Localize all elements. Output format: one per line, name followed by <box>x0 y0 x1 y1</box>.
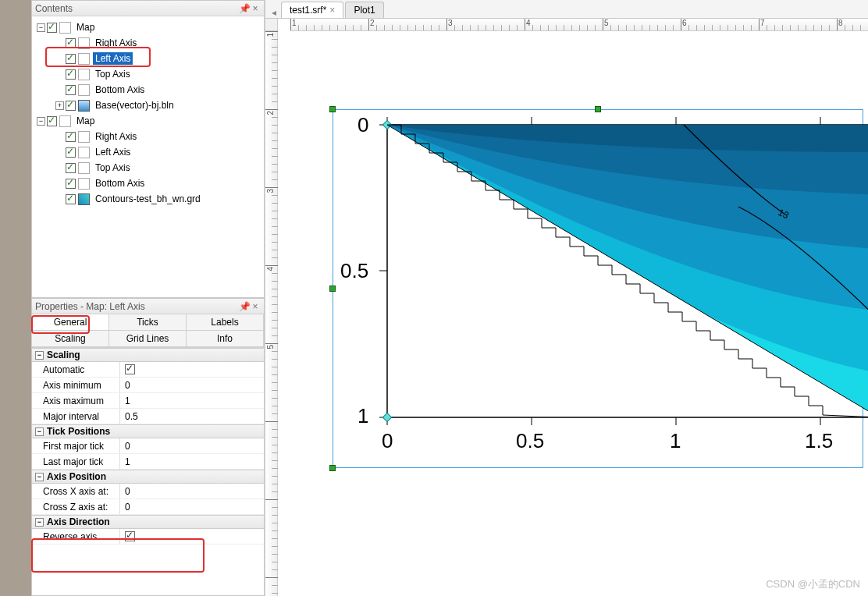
checkbox[interactable] <box>47 23 57 33</box>
tree-label: Bottom Axis <box>93 83 147 96</box>
checkbox[interactable] <box>66 132 76 142</box>
x-tick-label: 0.5 <box>516 429 544 453</box>
watermark: CSDN @小孟的CDN <box>766 577 860 591</box>
tree-label: Top Axis <box>93 161 133 174</box>
value[interactable]: 0 <box>120 499 264 514</box>
checkbox[interactable] <box>66 194 76 204</box>
value[interactable]: 0 <box>120 438 264 453</box>
tree-label: Left Axis <box>93 146 133 158</box>
collapse-icon[interactable]: − <box>37 117 45 126</box>
tab-general[interactable]: General <box>31 314 109 331</box>
checkbox[interactable] <box>47 116 57 126</box>
tab-scaling[interactable]: Scaling <box>31 330 109 347</box>
properties-panel: Properties - Map: Left Axis 📌 × General … <box>31 298 265 596</box>
checkbox[interactable] <box>66 101 76 111</box>
value[interactable]: 1 <box>120 454 264 469</box>
value[interactable]: 0 <box>120 378 264 392</box>
close-icon[interactable]: × <box>250 301 261 312</box>
tree-label: Map <box>74 21 97 34</box>
group-tick-positions[interactable]: −Tick Positions <box>32 424 264 438</box>
tree-item-base[interactable]: +Base(vector)-bj.bln <box>34 98 262 113</box>
group-axis-position[interactable]: −Axis Position <box>32 470 264 484</box>
checkbox[interactable] <box>125 364 135 374</box>
pin-icon[interactable]: 📌 <box>239 3 250 14</box>
vertical-ruler[interactable]: 12345 <box>265 31 278 596</box>
tree-item-right-axis[interactable]: Right Axis <box>34 35 262 51</box>
map-icon <box>59 22 71 34</box>
tab-gridlines[interactable]: Grid Lines <box>108 330 187 347</box>
axis-icon <box>78 131 90 143</box>
prop-cross-z[interactable]: Cross Z axis at:0 <box>32 499 264 515</box>
horizontal-ruler[interactable]: 12345678 <box>290 19 868 31</box>
prop-last-major-tick[interactable]: Last major tick1 <box>32 454 264 470</box>
tree-label: Bottom Axis <box>93 177 147 190</box>
collapse-icon[interactable]: − <box>35 351 44 360</box>
value[interactable]: 0.5 <box>120 409 264 424</box>
tree-item-bottom-axis[interactable]: Bottom Axis <box>34 82 262 98</box>
tree-label: Map <box>74 115 97 127</box>
y-tick-label: 0.5 <box>340 259 368 283</box>
contents-panel: Contents 📌 × − Map Right Axis Left Axis … <box>31 0 265 298</box>
group-scaling[interactable]: −Scaling <box>32 348 264 362</box>
pin-icon[interactable]: 📌 <box>239 301 250 312</box>
expand-icon[interactable]: + <box>55 101 64 110</box>
checkbox[interactable] <box>66 147 76 158</box>
tab-info[interactable]: Info <box>186 330 264 347</box>
prop-axis-maximum[interactable]: Axis maximum1 <box>32 393 264 409</box>
prop-major-interval[interactable]: Major interval0.5 <box>32 409 264 424</box>
contents-tree[interactable]: − Map Right Axis Left Axis Top Axis Bott… <box>32 16 264 297</box>
checkbox[interactable] <box>66 179 76 189</box>
left-dock: Contents 📌 × − Map Right Axis Left Axis … <box>31 0 265 596</box>
prop-axis-minimum[interactable]: Axis minimum0 <box>32 378 264 393</box>
checkbox[interactable] <box>125 531 135 541</box>
tree-item-map[interactable]: − Map <box>34 113 262 129</box>
prop-cross-x[interactable]: Cross X axis at:0 <box>32 484 264 499</box>
tree-item-left-axis[interactable]: Left Axis <box>34 144 262 160</box>
checkbox[interactable] <box>66 69 76 80</box>
tree-label: Right Axis <box>93 37 139 49</box>
doc-tab[interactable]: Plot1 <box>345 2 383 18</box>
close-icon[interactable]: × <box>329 5 335 16</box>
checkbox[interactable] <box>66 85 76 95</box>
tree-label: Contours-test_bh_wn.grd <box>93 193 203 205</box>
tree-item-right-axis[interactable]: Right Axis <box>34 129 262 144</box>
document-area: ◂ test1.srf*× Plot1 12345678 12345 <box>265 0 868 596</box>
collapse-icon[interactable]: − <box>35 518 44 527</box>
app-window: Contents 📌 × − Map Right Axis Left Axis … <box>31 0 868 596</box>
map-icon <box>59 115 71 127</box>
checkbox[interactable] <box>66 38 76 48</box>
checkbox[interactable] <box>66 163 76 173</box>
prop-reverse-axis[interactable]: Reverse axis <box>32 529 264 545</box>
tree-item-top-axis[interactable]: Top Axis <box>34 160 262 176</box>
collapse-icon[interactable]: − <box>35 427 44 436</box>
tab-labels[interactable]: Labels <box>186 314 264 331</box>
tree-item-left-axis[interactable]: Left Axis <box>34 51 262 66</box>
tab-ticks[interactable]: Ticks <box>108 314 187 331</box>
tree-item-map[interactable]: − Map <box>34 20 262 35</box>
close-icon[interactable]: × <box>250 3 261 14</box>
prop-first-major-tick[interactable]: First major tick0 <box>32 438 264 454</box>
group-axis-direction[interactable]: −Axis Direction <box>32 515 264 529</box>
x-tick-label: 1.5 <box>805 429 833 453</box>
prop-automatic[interactable]: Automatic <box>32 362 264 378</box>
collapse-icon[interactable]: − <box>37 23 45 32</box>
doc-tab-active[interactable]: test1.srf*× <box>281 2 343 18</box>
checkbox[interactable] <box>66 54 76 64</box>
plot-svg: 13 <box>309 78 868 546</box>
collapse-icon[interactable]: − <box>35 473 44 481</box>
value[interactable]: 1 <box>120 393 264 408</box>
tree-item-contours[interactable]: Contours-test_bh_wn.grd <box>34 191 262 207</box>
axis-icon <box>78 178 90 190</box>
svg-rect-15 <box>382 413 391 421</box>
tree-item-top-axis[interactable]: Top Axis <box>34 66 262 82</box>
plot-canvas[interactable]: 13 0 0.5 1 0 0.5 1 1.5 <box>278 31 868 596</box>
contents-header: Contents 📌 × <box>32 1 264 16</box>
ruler-corner <box>265 19 278 31</box>
value[interactable]: 0 <box>120 484 264 498</box>
x-tick-label: 1 <box>670 429 681 453</box>
tree-item-bottom-axis[interactable]: Bottom Axis <box>34 176 262 191</box>
tab-nav-left-icon[interactable]: ◂ <box>272 7 276 18</box>
base-icon <box>78 100 90 112</box>
axis-icon <box>78 53 90 65</box>
property-grid: −Scaling Automatic Axis minimum0 Axis ma… <box>32 348 264 595</box>
